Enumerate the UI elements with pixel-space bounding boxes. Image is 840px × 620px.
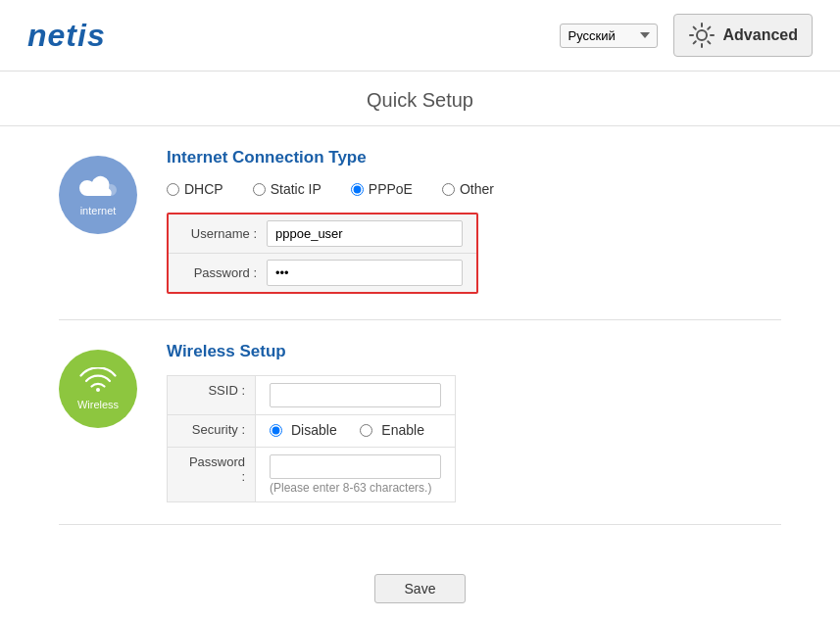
ssid-row: SSID :	[168, 376, 456, 415]
internet-section-title: Internet Connection Type	[167, 148, 781, 167]
page-title: Quick Setup	[367, 89, 473, 111]
wireless-section: Wireless Wireless Setup SSID : Security …	[59, 320, 781, 525]
save-button[interactable]: Save	[374, 574, 467, 603]
security-label: Security :	[168, 415, 256, 448]
disable-label: Disable	[291, 422, 337, 438]
other-option[interactable]: Other	[442, 181, 494, 197]
wireless-password-input[interactable]	[270, 454, 441, 479]
wireless-label: Wireless	[77, 399, 119, 410]
password-hint: (Please enter 8-63 characters.)	[270, 481, 441, 495]
internet-section-body: Internet Connection Type DHCP Static IP …	[167, 148, 781, 298]
connection-type-group: DHCP Static IP PPPoE Other	[167, 181, 781, 197]
static-ip-option[interactable]: Static IP	[253, 181, 321, 197]
logo: netis	[27, 18, 106, 54]
gear-icon	[688, 22, 716, 49]
wireless-form: SSID : Security : Disable	[167, 375, 456, 502]
language-select[interactable]: Русский English	[560, 24, 658, 48]
pppoe-label: PPPoE	[369, 181, 413, 197]
dhcp-radio[interactable]	[167, 183, 179, 196]
pppoe-option[interactable]: PPPoE	[351, 181, 413, 197]
security-row: Security : Disable Enable	[168, 415, 456, 448]
ssid-label: SSID :	[168, 376, 256, 415]
wireless-password-row: Password : (Please enter 8-63 characters…	[168, 447, 456, 501]
disable-radio[interactable]	[270, 424, 282, 437]
wireless-icon-circle: Wireless	[59, 350, 137, 428]
static-ip-label: Static IP	[271, 181, 321, 197]
internet-icon-content: internet	[77, 173, 119, 216]
internet-section: internet Internet Connection Type DHCP S…	[59, 126, 781, 320]
static-ip-radio[interactable]	[253, 183, 266, 196]
advanced-button[interactable]: Advanced	[673, 14, 813, 57]
security-cell: Disable Enable	[256, 415, 456, 448]
enable-radio[interactable]	[360, 424, 372, 437]
pppoe-credentials-box: Username : Password :	[167, 213, 478, 294]
wifi-icon	[78, 367, 118, 397]
page-title-bar: Quick Setup	[0, 72, 840, 126]
wireless-password-label: Password :	[168, 447, 256, 501]
ssid-input[interactable]	[270, 383, 441, 407]
internet-icon-circle: internet	[59, 156, 137, 234]
dhcp-label: DHCP	[184, 181, 223, 197]
wireless-password-cell: (Please enter 8-63 characters.)	[256, 447, 456, 501]
cloud-icon	[77, 173, 119, 203]
enable-option[interactable]: Enable	[360, 422, 424, 438]
username-input[interactable]	[267, 220, 463, 247]
wireless-section-body: Wireless Setup SSID : Security : Disabl	[167, 342, 781, 502]
disable-option[interactable]: Disable	[270, 422, 337, 438]
wireless-section-title: Wireless Setup	[167, 342, 781, 361]
password-row: Password :	[169, 254, 476, 292]
advanced-label: Advanced	[723, 26, 798, 44]
wireless-icon-content: Wireless	[77, 367, 119, 410]
pppoe-radio[interactable]	[351, 183, 364, 196]
dhcp-option[interactable]: DHCP	[167, 181, 223, 197]
username-label: Username :	[169, 218, 267, 249]
main-content: internet Internet Connection Type DHCP S…	[0, 126, 840, 554]
header-right: Русский English Advanced	[560, 14, 813, 57]
internet-label: internet	[80, 205, 117, 216]
svg-point-0	[697, 30, 707, 40]
enable-label: Enable	[381, 422, 424, 438]
save-bar: Save	[0, 554, 840, 613]
password-label: Password :	[169, 258, 267, 288]
header: netis Русский English Advanced	[0, 0, 840, 72]
username-row: Username :	[169, 215, 476, 254]
ssid-cell	[256, 376, 456, 415]
password-input[interactable]	[267, 260, 463, 286]
other-radio[interactable]	[442, 183, 455, 196]
other-label: Other	[460, 181, 494, 197]
